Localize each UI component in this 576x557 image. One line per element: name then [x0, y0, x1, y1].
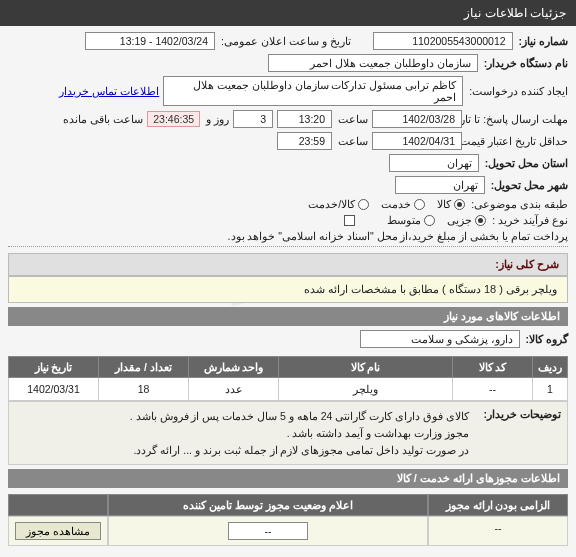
requester-label: ایجاد کننده درخواست:	[469, 85, 568, 97]
requester-value: کاظم ترابی مسئول تدارکات سازمان داوطلبان…	[163, 76, 463, 106]
buyer-org-value: سازمان داوطلبان جمعیت هلال احمر	[268, 54, 478, 72]
province-label: استان محل تحویل:	[485, 157, 568, 169]
col-mandatory: الزامی بودن ارائه مجوز	[428, 494, 568, 516]
notes-line: در صورت تولید داخل تمامی مجوزهای لازم از…	[130, 442, 469, 459]
radio-goods[interactable]: کالا	[437, 198, 465, 210]
status-value: --	[108, 516, 428, 546]
col-name: نام کالا	[279, 357, 453, 378]
req-no-label: شماره نیاز:	[519, 35, 568, 47]
validity-label: حداقل تاریخ اعتبار قیمت: تا تاریخ:	[468, 135, 568, 147]
days-count: 3	[233, 110, 273, 128]
city-label: شهر محل تحویل:	[491, 179, 568, 191]
radio-minor[interactable]: جزیی	[447, 214, 486, 226]
countdown-timer: 23:46:35	[147, 111, 200, 127]
table-header-row: ردیف کد کالا نام کالا واحد شمارش تعداد /…	[9, 357, 568, 378]
table-cell: 18	[99, 378, 189, 401]
radio-dot-icon	[454, 199, 465, 210]
action-cell: مشاهده مجوز	[8, 516, 108, 546]
view-license-button[interactable]: مشاهده مجوز	[15, 522, 101, 540]
class-label: طبقه بندی موضوعی:	[471, 198, 568, 210]
radio-service[interactable]: خدمت	[381, 198, 425, 210]
group-value: دارو، پزشکی و سلامت	[360, 330, 520, 348]
notes-label: توضیحات خریدار:	[481, 408, 561, 458]
radio-dot-icon	[358, 199, 369, 210]
validity-date: 1402/04/31	[372, 132, 462, 150]
col-date: تاریخ نیاز	[9, 357, 99, 378]
deadline-label: مهلت ارسال پاسخ: تا تاریخ:	[468, 113, 568, 125]
announce-value: 1402/03/24 - 13:19	[85, 32, 215, 50]
radio-medium[interactable]: متوسط	[387, 214, 435, 226]
goods-header: اطلاعات کالاهای مورد نیاز	[8, 307, 568, 326]
buyer-org-label: نام دستگاه خریدار:	[484, 57, 568, 69]
table-row: 1--ویلچرعدد181402/03/31	[9, 378, 568, 401]
summary-text: ویلچر برقی ( 18 دستگاه ) مطابق با مشخصات…	[8, 276, 568, 303]
notes-line: مجوز وزارت بهداشت و آیمد داشته باشد .	[130, 425, 469, 442]
table-cell: ویلچر	[279, 378, 453, 401]
deadline-date: 1402/03/28	[372, 110, 462, 128]
notes-text: کالای فوق دارای کارت گارانتی 24 ماهه و 5…	[130, 408, 469, 458]
mandatory-value: --	[428, 516, 568, 546]
days-label: روز و	[206, 113, 229, 125]
col-status: اعلام وضعیت مجوز توسط تامین کننده	[108, 494, 428, 516]
radio-goods-label: کالا	[437, 198, 451, 210]
page-title-bar: جزئیات اطلاعات نیاز	[0, 0, 576, 26]
radio-both[interactable]: کالا/خدمت	[308, 198, 369, 210]
radio-dot-icon	[475, 215, 486, 226]
radio-service-label: خدمت	[381, 198, 411, 210]
license-header: اطلاعات مجوزهای ارائه خدمت / کالا	[8, 469, 568, 488]
table-cell: 1	[533, 378, 568, 401]
announce-label: تاریخ و ساعت اعلان عمومی:	[221, 35, 351, 47]
col-row: ردیف	[533, 357, 568, 378]
radio-medium-label: متوسط	[387, 214, 421, 226]
deadline-time: 13:20	[277, 110, 332, 128]
province-value: تهران	[389, 154, 479, 172]
time-label-1: ساعت	[338, 113, 368, 125]
process-label: نوع فرآیند خرید :	[492, 214, 568, 226]
goods-table: ردیف کد کالا نام کالا واحد شمارش تعداد /…	[8, 356, 568, 401]
group-label: گروه کالا:	[526, 333, 568, 345]
col-qty: تعداد / مقدار	[99, 357, 189, 378]
col-code: کد کالا	[453, 357, 533, 378]
radio-dot-icon	[414, 199, 425, 210]
col-action	[8, 494, 108, 516]
summary-header: شرح کلی نیاز:	[8, 253, 568, 276]
radio-both-label: کالا/خدمت	[308, 198, 355, 210]
remaining-label: ساعت باقی مانده	[63, 113, 143, 125]
table-cell: --	[453, 378, 533, 401]
table-cell: 1402/03/31	[9, 378, 99, 401]
page-title: جزئیات اطلاعات نیاز	[464, 6, 566, 20]
col-unit: واحد شمارش	[189, 357, 279, 378]
radio-minor-label: جزیی	[447, 214, 472, 226]
table-cell: عدد	[189, 378, 279, 401]
status-select[interactable]: --	[228, 522, 308, 540]
radio-dot-icon	[424, 215, 435, 226]
contact-link[interactable]: اطلاعات تماس خریدار	[59, 85, 159, 97]
payment-note: پرداخت تمام یا بخشی از مبلغ خرید،از محل …	[228, 230, 568, 242]
validity-time: 23:59	[277, 132, 332, 150]
treasury-checkbox[interactable]	[344, 215, 355, 226]
notes-line: کالای فوق دارای کارت گارانتی 24 ماهه و 5…	[130, 408, 469, 425]
time-label-2: ساعت	[338, 135, 368, 147]
city-value: تهران	[395, 176, 485, 194]
req-no-value: 1102005543000012	[373, 32, 513, 50]
